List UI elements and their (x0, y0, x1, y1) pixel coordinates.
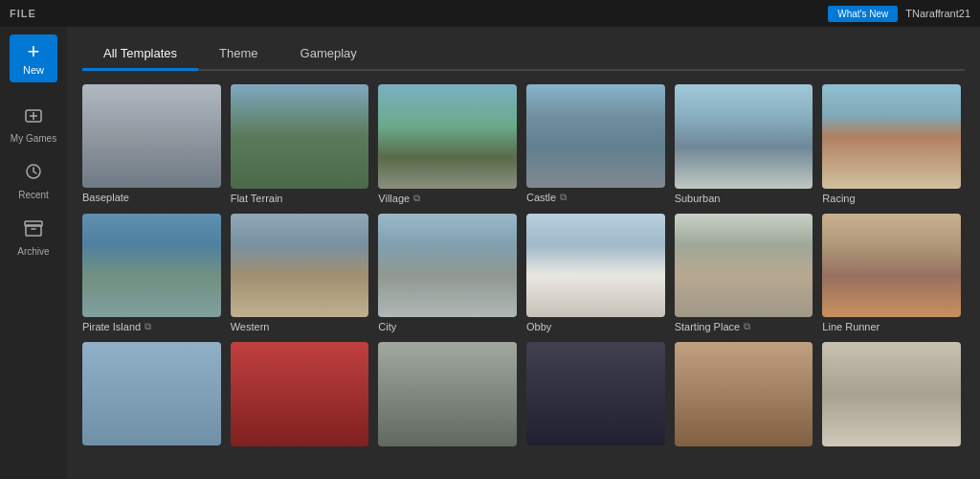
template-label-flat-terrain: Flat Terrain (231, 193, 369, 204)
template-thumb-starting (675, 214, 813, 318)
content-area: All Templates Theme Gameplay Baseplate F… (67, 27, 980, 479)
template-thumb-suburban (675, 84, 813, 189)
template-flat-terrain[interactable]: Flat Terrain (231, 84, 369, 204)
plus-icon: + (28, 41, 40, 62)
top-bar: FILE What's New TNaraffrant21 (0, 0, 980, 27)
template-label-village: Village ⧉ (378, 193, 517, 204)
template-western[interactable]: Western (231, 214, 369, 333)
template-label-castle: Castle ⧉ (526, 192, 665, 203)
recent-icon (24, 162, 43, 186)
my-games-icon (24, 105, 43, 129)
template-thumb-partial1 (82, 342, 221, 445)
template-label-starting: Starting Place ⧉ (675, 321, 813, 332)
archive-icon (24, 218, 43, 242)
template-thumb-village (378, 84, 517, 189)
archive-label: Archive (17, 246, 49, 257)
file-label: FILE (10, 8, 36, 19)
template-label-baseplate: Baseplate (82, 192, 221, 203)
template-thumb-line-runner (822, 214, 961, 318)
template-grid-container: Baseplate Flat Terrain Village ⧉ C (82, 84, 965, 479)
template-racing[interactable]: Racing (822, 84, 961, 204)
template-partial3[interactable] (378, 342, 517, 450)
template-thumb-partial5 (675, 342, 813, 446)
template-label-pirate: Pirate Island ⧉ (82, 321, 221, 332)
template-label-city: City (378, 321, 517, 332)
template-partial5[interactable] (675, 342, 813, 450)
sidebar-item-my-games[interactable]: My Games (5, 98, 62, 150)
template-thumb-racing (822, 84, 961, 189)
pirate-copy-icon: ⧉ (145, 321, 151, 332)
template-thumb-western (231, 214, 369, 318)
my-games-label: My Games (11, 133, 56, 144)
template-line-runner[interactable]: Line Runner (822, 214, 961, 333)
template-label-racing: Racing (822, 193, 961, 204)
starting-copy-icon: ⧉ (744, 321, 750, 332)
village-copy-icon: ⧉ (413, 193, 420, 204)
whats-new-button[interactable]: What's New (828, 6, 898, 22)
template-castle[interactable]: Castle ⧉ (526, 84, 665, 204)
template-label-western: Western (231, 321, 369, 332)
template-partial4[interactable] (526, 342, 665, 450)
template-thumb-baseplate (82, 84, 221, 188)
tab-gameplay[interactable]: Gameplay (279, 38, 378, 71)
template-village[interactable]: Village ⧉ (378, 84, 517, 204)
sidebar: + New My Games Recent (0, 27, 67, 479)
template-obby[interactable]: Obby (526, 214, 665, 333)
tab-theme[interactable]: Theme (198, 38, 278, 71)
template-thumb-partial3 (378, 342, 517, 446)
template-partial1[interactable] (82, 342, 221, 450)
template-label-obby: Obby (526, 321, 665, 332)
svg-rect-3 (25, 221, 42, 226)
template-partial6[interactable] (822, 342, 961, 450)
template-grid: Baseplate Flat Terrain Village ⧉ C (82, 84, 961, 460)
template-pirate-island[interactable]: Pirate Island ⧉ (82, 214, 221, 333)
top-bar-right: What's New TNaraffrant21 (828, 6, 970, 22)
new-button-label: New (23, 64, 44, 76)
template-label-suburban: Suburban (675, 193, 813, 204)
main-layout: + New My Games Recent (0, 27, 980, 479)
template-thumb-partial4 (526, 342, 665, 445)
template-thumb-partial6 (822, 342, 961, 446)
template-thumb-partial2 (231, 342, 369, 446)
template-thumb-city (378, 214, 517, 318)
template-thumb-pirate (82, 214, 221, 317)
template-starting-place[interactable]: Starting Place ⧉ (675, 214, 813, 333)
template-thumb-flat-terrain (231, 84, 369, 189)
template-thumb-obby (526, 214, 665, 317)
template-city[interactable]: City (378, 214, 517, 333)
sidebar-item-archive[interactable]: Archive (5, 211, 62, 263)
new-button[interactable]: + New (10, 34, 57, 82)
template-baseplate[interactable]: Baseplate (82, 84, 221, 204)
tabs-bar: All Templates Theme Gameplay (82, 38, 965, 71)
template-label-line-runner: Line Runner (822, 321, 961, 332)
tab-all-templates[interactable]: All Templates (82, 38, 198, 71)
recent-label: Recent (18, 190, 49, 200)
username-label: TNaraffrant21 (905, 8, 970, 19)
castle-copy-icon: ⧉ (560, 192, 567, 203)
sidebar-item-recent[interactable]: Recent (5, 154, 62, 207)
template-partial2[interactable] (231, 342, 369, 450)
template-suburban[interactable]: Suburban (675, 84, 813, 204)
template-thumb-castle (526, 84, 665, 188)
